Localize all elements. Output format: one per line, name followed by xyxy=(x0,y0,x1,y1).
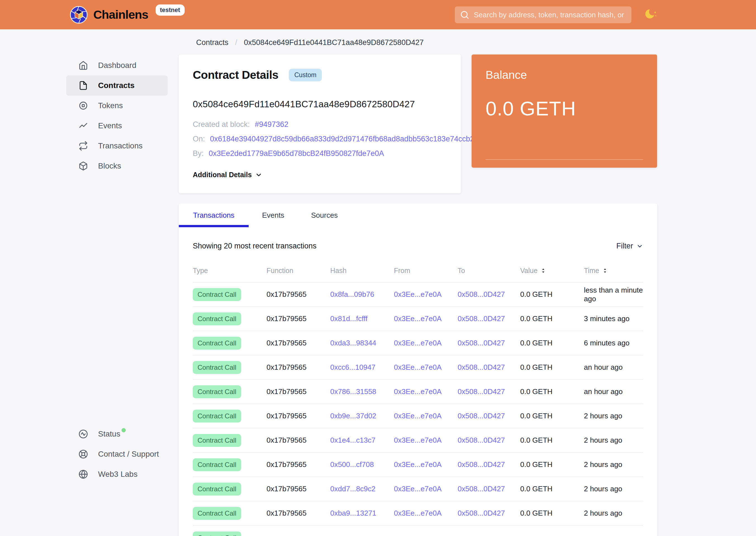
from-link[interactable]: 0x3Ee...e7e0A xyxy=(394,387,458,396)
type-badge: Contract Call xyxy=(193,361,241,374)
sidebar-item-label: Blocks xyxy=(98,161,121,170)
tab-sources[interactable]: Sources xyxy=(298,203,351,227)
network-badge: testnet xyxy=(156,5,185,16)
from-link[interactable]: 0x3Ee...e7e0A xyxy=(394,315,458,323)
from-link[interactable]: 0x3Ee...e7e0A xyxy=(394,363,458,372)
hash-link[interactable]: 0xba9...13271 xyxy=(330,509,394,518)
breadcrumb-current-address: 0x5084ce649Fd11e0441BC71aa48e9D8672580D4… xyxy=(244,38,424,47)
sidebar-item-blocks[interactable]: Blocks xyxy=(66,156,168,176)
creation-tx-hash-link[interactable]: 0x6184e39404927d8c59db66a833d9d2d971476f… xyxy=(210,135,483,143)
created-block-link[interactable]: #9497362 xyxy=(255,120,288,129)
table-row: Contract Call 0x17b79565 0xcc6...10947 0… xyxy=(193,355,643,380)
token-icon xyxy=(79,101,88,110)
to-link[interactable]: 0x508...0D427 xyxy=(458,509,520,518)
sidebar-item-tokens[interactable]: Tokens xyxy=(66,96,168,116)
time-cell: less than a minute ago xyxy=(584,286,643,303)
sidebar-main-nav: Dashboard Contracts Tokens xyxy=(66,55,168,176)
function-cell: 0x17b79565 xyxy=(267,339,330,347)
time-cell: 3 minutes ago xyxy=(584,315,643,323)
hash-link[interactable]: 0xdd7...8c9c2 xyxy=(330,485,394,493)
column-header-value[interactable]: Value xyxy=(520,267,584,275)
hash-link[interactable]: 0x81d...fcfff xyxy=(330,315,394,323)
cube-icon xyxy=(79,161,88,171)
moon-icon xyxy=(644,8,659,22)
hash-link[interactable]: 0xcc6...10947 xyxy=(330,363,394,372)
sidebar-item-events[interactable]: Events xyxy=(66,116,168,136)
time-cell: an hour ago xyxy=(584,363,643,372)
function-cell: 0x17b79565 xyxy=(267,363,330,372)
filter-dropdown[interactable]: Filter xyxy=(616,242,643,251)
search-icon xyxy=(460,10,469,19)
function-cell: 0x17b79565 xyxy=(267,460,330,469)
tab-events[interactable]: Events xyxy=(249,203,298,227)
from-link[interactable]: 0x3Ee...e7e0A xyxy=(394,485,458,493)
function-cell: 0x17b79565 xyxy=(267,315,330,323)
additional-details-toggle[interactable]: Additional Details xyxy=(193,171,262,179)
status-ok-dot xyxy=(121,428,126,432)
hash-link[interactable]: 0x1e4...c13c7 xyxy=(330,436,394,445)
page-title: Contract Details xyxy=(193,68,278,82)
hash-link[interactable]: 0x500...cf708 xyxy=(330,460,394,469)
by-label: By: xyxy=(193,149,204,158)
balance-amount: 0.0 GETH xyxy=(485,97,643,120)
table-row: Contract Call 0x17b79565 0xb9e...37d02 0… xyxy=(193,404,643,428)
value-cell: 0.0 GETH xyxy=(520,290,584,299)
column-header-type: Type xyxy=(193,267,267,275)
top-bar: Chainlens testnet xyxy=(0,0,756,29)
sidebar-item-contracts[interactable]: Contracts xyxy=(66,76,168,96)
brand-name: Chainlens xyxy=(93,8,148,21)
from-link[interactable]: 0x3Ee...e7e0A xyxy=(394,509,458,518)
sidebar-item-web3-labs[interactable]: Web3 Labs xyxy=(66,464,168,484)
sidebar-item-contact-support[interactable]: Contact / Support xyxy=(66,444,168,464)
creator-address-link[interactable]: 0x3Ee2ded1779aE9b65d78bcB24fB950827fde7e… xyxy=(209,149,384,158)
table-body: Contract Call 0x17b79565 0x8fa...09b76 0… xyxy=(193,283,643,536)
type-badge: Contract Call xyxy=(193,410,241,422)
from-link[interactable]: 0x3Ee...e7e0A xyxy=(394,460,458,469)
dark-mode-toggle[interactable] xyxy=(644,8,659,22)
from-link[interactable]: 0x3Ee...e7e0A xyxy=(394,290,458,299)
table-header-row: Type Function Hash From To Value Time xyxy=(193,267,643,283)
app-root: Chainlens testnet Dashboard xyxy=(0,0,756,536)
to-link[interactable]: 0x508...0D427 xyxy=(458,290,520,299)
custom-badge: Custom xyxy=(289,69,321,81)
transactions-summary: Showing 20 most recent transactions xyxy=(193,242,316,251)
from-link[interactable]: 0x3Ee...e7e0A xyxy=(394,339,458,347)
type-badge: Contract Call xyxy=(193,288,241,301)
created-at-label: Created at block: xyxy=(193,120,250,129)
column-header-time[interactable]: Time xyxy=(584,267,643,275)
brand[interactable]: Chainlens testnet xyxy=(70,0,185,29)
to-link[interactable]: 0x508...0D427 xyxy=(458,387,520,396)
sort-icon xyxy=(602,268,608,274)
time-cell: 2 hours ago xyxy=(584,412,643,420)
hash-link[interactable]: 0xda3...98344 xyxy=(330,339,394,347)
to-link[interactable]: 0x508...0D427 xyxy=(458,363,520,372)
time-cell: an hour ago xyxy=(584,387,643,396)
time-cell: 2 hours ago xyxy=(584,485,643,493)
balance-card: Balance 0.0 GETH xyxy=(472,54,657,168)
column-header-function: Function xyxy=(267,267,330,275)
to-link[interactable]: 0x508...0D427 xyxy=(458,460,520,469)
breadcrumb: Contracts / 0x5084ce649Fd11e0441BC71aa48… xyxy=(196,38,424,47)
to-link[interactable]: 0x508...0D427 xyxy=(458,315,520,323)
sidebar-item-transactions[interactable]: Transactions xyxy=(66,136,168,156)
from-link[interactable]: 0x3Ee...e7e0A xyxy=(394,412,458,420)
breadcrumb-contracts-link[interactable]: Contracts xyxy=(196,38,229,47)
to-link[interactable]: 0x508...0D427 xyxy=(458,436,520,445)
hash-link[interactable]: 0x8fa...09b76 xyxy=(330,290,394,299)
search-input[interactable] xyxy=(474,11,626,19)
tab-transactions[interactable]: Transactions xyxy=(179,203,249,227)
sidebar-item-status[interactable]: Status xyxy=(66,424,168,444)
sidebar-item-dashboard[interactable]: Dashboard xyxy=(66,55,168,76)
value-cell: 0.0 GETH xyxy=(520,436,584,445)
to-link[interactable]: 0x508...0D427 xyxy=(458,339,520,347)
tab-bar: Transactions Events Sources xyxy=(179,203,657,227)
to-link[interactable]: 0x508...0D427 xyxy=(458,485,520,493)
hash-link[interactable]: 0x786...31558 xyxy=(330,387,394,396)
hash-link[interactable]: 0xb9e...37d02 xyxy=(330,412,394,420)
column-header-hash: Hash xyxy=(330,267,394,275)
from-link[interactable]: 0x3Ee...e7e0A xyxy=(394,436,458,445)
to-link[interactable]: 0x508...0D427 xyxy=(458,412,520,420)
value-cell: 0.0 GETH xyxy=(520,315,584,323)
table-row: Contract Call 0x17b79565 0x1e4...c13c7 0… xyxy=(193,428,643,453)
balance-title: Balance xyxy=(485,68,643,82)
